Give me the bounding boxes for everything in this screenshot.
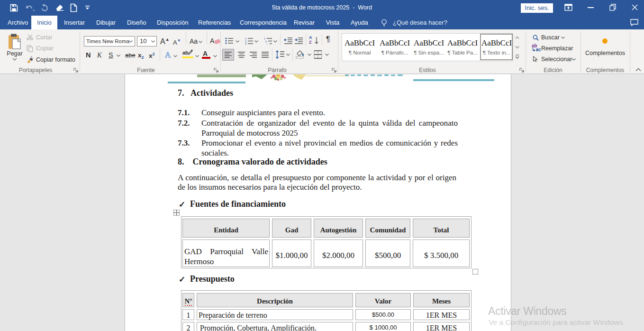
svg-text:i: i: [267, 42, 267, 45]
svg-text:3: 3: [245, 42, 246, 45]
